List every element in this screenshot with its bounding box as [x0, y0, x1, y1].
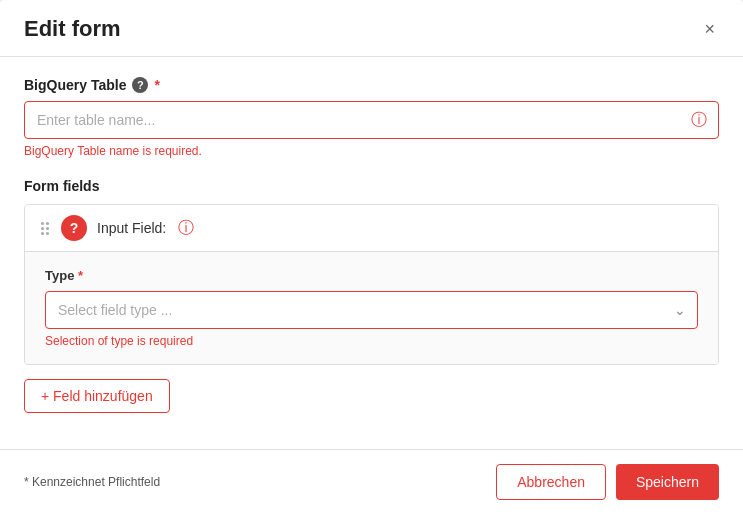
cancel-button[interactable]: Abbrechen — [496, 464, 606, 500]
bigquery-error-text: BigQuery Table name is required. — [24, 144, 719, 158]
type-error-text: Selection of type is required — [45, 334, 698, 348]
field-question-icon: ? — [61, 215, 87, 241]
footer-buttons: Abbrechen Speichern — [496, 464, 719, 500]
form-fields-label: Form fields — [24, 178, 719, 194]
form-fields-section: Form fields — [24, 178, 719, 413]
close-button[interactable]: × — [700, 16, 719, 42]
field-warning-icon: ⓘ — [178, 218, 194, 239]
required-star: * — [154, 77, 159, 93]
add-field-button[interactable]: + Feld hinzufügen — [24, 379, 170, 413]
bigquery-label: BigQuery Table ? * — [24, 77, 719, 93]
help-icon[interactable]: ? — [132, 77, 148, 93]
bigquery-table-field: BigQuery Table ? * ⓘ BigQuery Table name… — [24, 77, 719, 158]
dialog-header: Edit form × — [0, 0, 743, 57]
field-inner: Type * Select field type ... ⌄ Selection… — [25, 252, 718, 364]
drag-handle[interactable] — [39, 220, 51, 237]
dialog-footer: * Kennzeichnet Pflichtfeld Abbrechen Spe… — [0, 449, 743, 514]
form-fields-container: ? Input Field: ⓘ Type * Select field typ… — [24, 204, 719, 365]
dialog-body: BigQuery Table ? * ⓘ BigQuery Table name… — [0, 57, 743, 449]
type-select[interactable]: Select field type ... — [45, 291, 698, 329]
field-name-label: Input Field: — [97, 220, 166, 236]
save-button[interactable]: Speichern — [616, 464, 719, 500]
type-select-wrapper: Select field type ... ⌄ — [45, 291, 698, 329]
dialog-title: Edit form — [24, 16, 121, 42]
type-label: Type * — [45, 268, 698, 283]
edit-form-dialog: Edit form × BigQuery Table ? * ⓘ BigQuer… — [0, 0, 743, 514]
input-warning-icon: ⓘ — [691, 110, 707, 131]
table-input-wrapper: ⓘ — [24, 101, 719, 139]
field-row: ? Input Field: ⓘ — [25, 205, 718, 252]
table-name-input[interactable] — [24, 101, 719, 139]
required-note: * Kennzeichnet Pflichtfeld — [24, 475, 160, 489]
